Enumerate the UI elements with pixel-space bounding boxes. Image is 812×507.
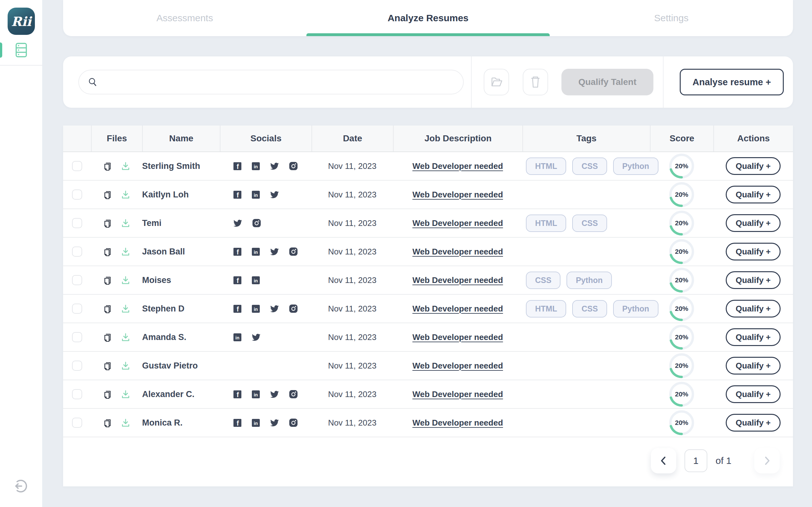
- row-checkbox[interactable]: [72, 303, 82, 314]
- row-checkbox[interactable]: [72, 360, 82, 371]
- next-page-button[interactable]: [754, 448, 780, 473]
- job-description-link[interactable]: Web Developer needed: [412, 190, 503, 200]
- score-cell: 20%: [650, 409, 713, 437]
- twitter-icon[interactable]: [270, 390, 279, 399]
- qualify-talent-button[interactable]: Qualify Talent: [561, 69, 653, 95]
- job-cell: Web Developer needed: [393, 409, 522, 437]
- row-checkbox[interactable]: [72, 246, 82, 257]
- download-icon[interactable]: [121, 219, 130, 228]
- qualify-button[interactable]: Qualify +: [726, 243, 780, 261]
- tab-analyze-resumes[interactable]: Analyze Resumes: [306, 0, 550, 36]
- job-description-link[interactable]: Web Developer needed: [412, 161, 503, 171]
- copy-file-icon[interactable]: [103, 418, 112, 428]
- linkedin-icon[interactable]: in: [252, 419, 260, 427]
- copy-file-icon[interactable]: [103, 246, 112, 257]
- tab-settings[interactable]: Settings: [550, 0, 793, 36]
- job-description-link[interactable]: Web Developer needed: [412, 275, 503, 285]
- instagram-icon[interactable]: [252, 219, 261, 227]
- twitter-icon[interactable]: [270, 162, 279, 170]
- instagram-icon[interactable]: [289, 304, 298, 313]
- facebook-icon[interactable]: f: [234, 305, 241, 313]
- previous-page-button[interactable]: [651, 448, 676, 473]
- job-description-link[interactable]: Web Developer needed: [412, 304, 503, 314]
- linkedin-icon[interactable]: in: [234, 333, 241, 341]
- download-icon[interactable]: [121, 304, 130, 313]
- header-date: Date: [311, 125, 393, 152]
- linkedin-icon[interactable]: in: [252, 191, 260, 199]
- job-description-link[interactable]: Web Developer needed: [412, 247, 503, 257]
- facebook-icon[interactable]: f: [234, 248, 241, 256]
- twitter-icon[interactable]: [270, 304, 279, 313]
- files-cell: [91, 323, 142, 351]
- facebook-icon[interactable]: f: [234, 276, 241, 284]
- twitter-icon[interactable]: [270, 418, 279, 427]
- job-description-link[interactable]: Web Developer needed: [412, 218, 503, 228]
- row-checkbox[interactable]: [72, 332, 82, 342]
- job-description-link[interactable]: Web Developer needed: [412, 332, 503, 342]
- page-number-box[interactable]: 1: [684, 449, 707, 472]
- open-folder-button[interactable]: [484, 69, 509, 95]
- header-socials: Socials: [220, 125, 311, 152]
- search-input[interactable]: [78, 70, 464, 95]
- row-checkbox[interactable]: [72, 389, 82, 399]
- row-checkbox[interactable]: [72, 275, 82, 285]
- download-icon[interactable]: [121, 418, 130, 427]
- qualify-button[interactable]: Qualify +: [726, 328, 780, 346]
- logout-button[interactable]: [13, 478, 29, 494]
- download-icon[interactable]: [121, 276, 130, 285]
- tab-assessments[interactable]: Assessments: [63, 0, 306, 36]
- qualify-button[interactable]: Qualify +: [726, 214, 780, 232]
- sidebar-item-resumes[interactable]: [15, 43, 27, 57]
- qualify-button[interactable]: Qualify +: [726, 300, 780, 318]
- analyse-resume-button[interactable]: Analyse resume +: [680, 69, 784, 95]
- linkedin-icon[interactable]: in: [252, 276, 260, 284]
- copy-file-icon[interactable]: [103, 161, 112, 171]
- copy-file-icon[interactable]: [103, 360, 112, 371]
- qualify-button[interactable]: Qualify +: [726, 414, 780, 432]
- copy-file-icon[interactable]: [103, 189, 112, 200]
- qualify-button[interactable]: Qualify +: [726, 385, 780, 403]
- row-checkbox[interactable]: [72, 189, 82, 200]
- twitter-icon[interactable]: [270, 247, 279, 256]
- download-icon[interactable]: [121, 190, 130, 199]
- actions-cell: Qualify +: [713, 295, 793, 323]
- instagram-icon[interactable]: [289, 162, 298, 170]
- job-description-link[interactable]: Web Developer needed: [412, 418, 503, 428]
- linkedin-icon[interactable]: in: [252, 162, 260, 170]
- instagram-icon[interactable]: [289, 247, 298, 256]
- qualify-button[interactable]: Qualify +: [726, 157, 780, 175]
- facebook-icon[interactable]: f: [234, 162, 241, 170]
- qualify-button[interactable]: Qualify +: [726, 357, 780, 375]
- row-checkbox[interactable]: [72, 418, 82, 428]
- instagram-icon[interactable]: [289, 390, 298, 398]
- linkedin-icon[interactable]: in: [252, 390, 260, 398]
- copy-file-icon[interactable]: [103, 303, 112, 314]
- row-checkbox[interactable]: [72, 218, 82, 228]
- score-ring: 20%: [668, 352, 695, 379]
- download-icon[interactable]: [121, 390, 130, 399]
- download-icon[interactable]: [121, 247, 130, 256]
- facebook-icon[interactable]: f: [234, 191, 241, 199]
- job-description-link[interactable]: Web Developer needed: [412, 389, 503, 399]
- copy-file-icon[interactable]: [103, 218, 112, 228]
- copy-file-icon[interactable]: [103, 332, 112, 343]
- download-icon[interactable]: [121, 361, 130, 370]
- linkedin-icon[interactable]: in: [252, 305, 260, 313]
- job-description-link[interactable]: Web Developer needed: [412, 361, 503, 371]
- facebook-icon[interactable]: f: [234, 390, 241, 398]
- row-checkbox[interactable]: [72, 161, 82, 171]
- twitter-icon[interactable]: [252, 333, 260, 342]
- twitter-icon[interactable]: [270, 190, 279, 199]
- facebook-icon[interactable]: f: [234, 419, 241, 427]
- download-icon[interactable]: [121, 333, 130, 342]
- download-icon[interactable]: [121, 162, 130, 170]
- copy-file-icon[interactable]: [103, 275, 112, 285]
- instagram-icon[interactable]: [289, 418, 298, 427]
- delete-button[interactable]: [523, 69, 548, 95]
- copy-file-icon[interactable]: [103, 389, 112, 400]
- twitter-icon[interactable]: [234, 219, 242, 228]
- qualify-button[interactable]: Qualify +: [726, 186, 780, 204]
- svg-text:in: in: [254, 250, 258, 255]
- linkedin-icon[interactable]: in: [252, 248, 260, 256]
- qualify-button[interactable]: Qualify +: [726, 271, 780, 289]
